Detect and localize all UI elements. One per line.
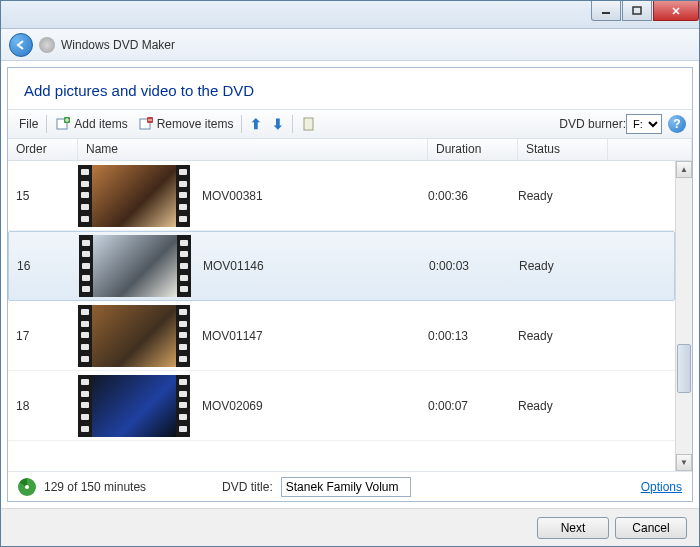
column-duration[interactable]: Duration <box>428 139 518 160</box>
status-footer: 129 of 150 minutes DVD title: Options <box>8 471 692 501</box>
file-menu[interactable]: File <box>14 114 43 134</box>
file-menu-label: File <box>19 117 38 131</box>
item-name: MOV01147 <box>202 329 263 343</box>
column-status[interactable]: Status <box>518 139 608 160</box>
scroll-down-button[interactable]: ▼ <box>676 454 692 471</box>
item-duration: 0:00:36 <box>428 189 518 203</box>
next-button[interactable]: Next <box>537 517 609 539</box>
column-name[interactable]: Name <box>78 139 428 160</box>
item-order: 18 <box>8 399 78 413</box>
app-title: Windows DVD Maker <box>61 38 175 52</box>
maximize-button[interactable] <box>622 1 652 21</box>
item-status: Ready <box>518 399 608 413</box>
separator <box>292 115 293 133</box>
app-icon <box>39 37 55 53</box>
page-heading: Add pictures and video to the DVD <box>8 68 692 109</box>
list-item[interactable]: 16MOV011460:00:03Ready <box>8 231 675 301</box>
list-item[interactable]: 15MOV003810:00:36Ready <box>8 161 675 231</box>
svg-rect-1 <box>633 7 641 14</box>
toolbar: File Add items Remove items ⬆ ⬇ DVD burn… <box>8 109 692 139</box>
separator <box>46 115 47 133</box>
nav-header: Windows DVD Maker <box>1 29 699 61</box>
minimize-button[interactable] <box>591 1 621 21</box>
help-icon[interactable]: ? <box>668 115 686 133</box>
item-order: 16 <box>9 259 79 273</box>
scroll-up-button[interactable]: ▲ <box>676 161 692 178</box>
scroll-track[interactable] <box>676 178 692 454</box>
move-down-button[interactable]: ⬇ <box>267 113 289 135</box>
list-body: 15MOV003810:00:36Ready16MOV011460:00:03R… <box>8 161 692 471</box>
close-button[interactable] <box>653 1 699 21</box>
video-thumbnail <box>78 165 190 227</box>
back-button[interactable] <box>9 33 33 57</box>
list-header: Order Name Duration Status <box>8 139 692 161</box>
properties-button[interactable] <box>296 113 322 135</box>
item-name: MOV02069 <box>202 399 263 413</box>
item-order: 15 <box>8 189 78 203</box>
item-duration: 0:00:07 <box>428 399 518 413</box>
column-order[interactable]: Order <box>8 139 78 160</box>
item-status: Ready <box>518 329 608 343</box>
window-titlebar <box>1 1 699 29</box>
vertical-scrollbar[interactable]: ▲ ▼ <box>675 161 692 471</box>
item-status: Ready <box>518 189 608 203</box>
remove-items-button[interactable]: Remove items <box>133 113 239 135</box>
remove-items-label: Remove items <box>157 117 234 131</box>
cancel-button[interactable]: Cancel <box>615 517 687 539</box>
item-order: 17 <box>8 329 78 343</box>
disc-usage-icon <box>18 478 36 496</box>
list-item[interactable]: 17MOV011470:00:13Ready <box>8 301 675 371</box>
button-bar: Next Cancel <box>1 508 699 546</box>
add-icon <box>55 116 71 132</box>
move-up-button[interactable]: ⬆ <box>245 113 267 135</box>
item-status: Ready <box>519 259 609 273</box>
minutes-text: 129 of 150 minutes <box>44 480 146 494</box>
arrow-up-icon: ⬆ <box>250 116 262 132</box>
item-duration: 0:00:03 <box>429 259 519 273</box>
content-panel: Add pictures and video to the DVD File A… <box>7 67 693 502</box>
svg-rect-0 <box>602 12 610 14</box>
column-spacer <box>608 139 692 160</box>
dvd-burner-select[interactable]: F: <box>626 114 662 134</box>
dvd-title-label: DVD title: <box>222 480 273 494</box>
arrow-down-icon: ⬇ <box>272 116 284 132</box>
remove-icon <box>138 116 154 132</box>
separator <box>241 115 242 133</box>
item-name: MOV01146 <box>203 259 264 273</box>
dvd-burner-label: DVD burner: <box>559 117 626 131</box>
item-list: Order Name Duration Status 15MOV003810:0… <box>8 139 692 471</box>
scroll-thumb[interactable] <box>677 344 691 394</box>
options-link[interactable]: Options <box>641 480 682 494</box>
svg-rect-11 <box>304 118 313 130</box>
properties-icon <box>301 116 317 132</box>
video-thumbnail <box>79 235 191 297</box>
item-name: MOV00381 <box>202 189 263 203</box>
item-duration: 0:00:13 <box>428 329 518 343</box>
video-thumbnail <box>78 375 190 437</box>
list-item[interactable]: 18MOV020690:00:07Ready <box>8 371 675 441</box>
add-items-label: Add items <box>74 117 127 131</box>
video-thumbnail <box>78 305 190 367</box>
dvd-title-input[interactable] <box>281 477 411 497</box>
add-items-button[interactable]: Add items <box>50 113 132 135</box>
